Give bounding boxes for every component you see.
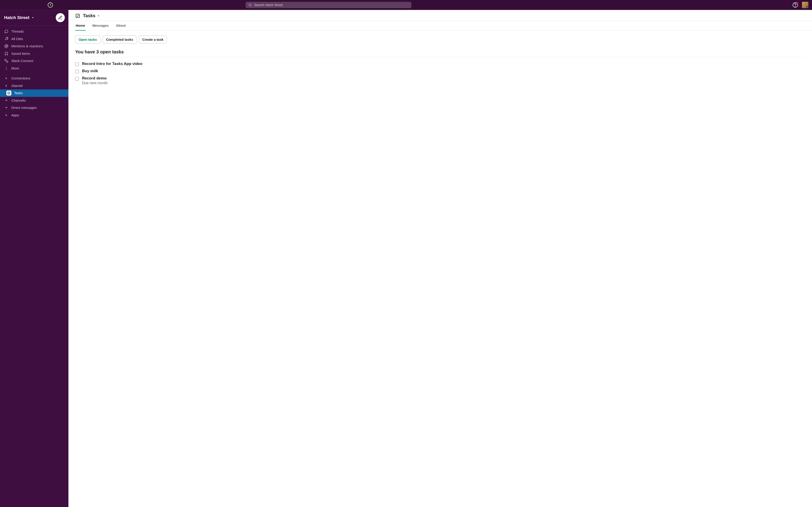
content: Open tasks Completed tasks Create a task… <box>68 31 812 507</box>
svg-point-1 <box>249 4 251 6</box>
history-icon <box>47 2 53 8</box>
section-label: Apps <box>11 113 19 118</box>
task-checkbox[interactable] <box>75 70 79 73</box>
task-title: Buy milk <box>82 69 805 73</box>
caret-right-icon <box>4 83 9 88</box>
app-title: Tasks <box>83 13 95 18</box>
tasks-icon <box>75 13 80 18</box>
svg-point-9 <box>6 69 7 70</box>
task-row: Buy milk <box>75 67 805 75</box>
button-label: Create a task <box>142 38 163 42</box>
connect-icon <box>4 59 9 63</box>
sidebar-sections: Connections Starred Tasks Channels <box>0 73 68 119</box>
svg-point-4 <box>6 46 7 47</box>
more-icon <box>4 66 9 71</box>
section-channels[interactable]: Channels <box>0 97 68 104</box>
workspace-name: Hatch Street <box>4 15 30 20</box>
task-title: Record Intro for Tasks App video <box>82 62 805 66</box>
app-title-button[interactable]: Tasks <box>83 13 100 18</box>
notification-dot-icon <box>796 2 798 4</box>
section-label: Connections <box>11 76 30 81</box>
section-label: Direct messages <box>11 105 37 110</box>
sidebar-nav: Threads All DMs Mentions & reactions Sav… <box>0 25 68 73</box>
sidebar-item-label: Tasks <box>14 91 23 96</box>
caret-right-icon <box>4 76 9 80</box>
sidebar-item-saved[interactable]: Saved items <box>0 50 68 57</box>
chevron-down-icon <box>97 14 100 18</box>
history-button[interactable] <box>47 2 53 8</box>
main: Tasks Home Messages About Open tasks Com… <box>68 10 812 507</box>
section-connections[interactable]: Connections <box>0 75 68 82</box>
create-task-button[interactable]: Create a task <box>139 36 167 44</box>
sidebar-item-tasks-app[interactable]: Tasks <box>0 90 68 97</box>
task-row: Record Intro for Tasks App video <box>75 60 805 67</box>
sidebar-item-label: Saved items <box>11 51 30 56</box>
button-label: Open tasks <box>79 38 97 42</box>
chevron-down-icon <box>31 16 35 20</box>
dms-icon <box>4 37 9 41</box>
help-button[interactable] <box>792 2 798 8</box>
presence-indicator-icon <box>807 6 809 9</box>
tab-messages[interactable]: Messages <box>92 21 109 31</box>
task-row: Record demo Due next month <box>75 75 805 87</box>
task-subtitle: Due next month <box>82 81 805 85</box>
search-input[interactable]: Search Hatch Street <box>246 2 411 8</box>
svg-rect-5 <box>5 59 6 61</box>
section-label: Channels <box>11 98 26 103</box>
compose-icon <box>58 15 62 20</box>
topbar: Search Hatch Street <box>0 0 812 10</box>
sidebar-item-all-dms[interactable]: All DMs <box>0 35 68 43</box>
open-tasks-button[interactable]: Open tasks <box>75 36 100 44</box>
caret-right-icon <box>4 113 9 117</box>
workspace-switcher[interactable]: Hatch Street <box>0 10 68 25</box>
button-label: Completed tasks <box>106 38 133 42</box>
tab-home[interactable]: Home <box>75 21 86 31</box>
completed-tasks-button[interactable]: Completed tasks <box>103 36 137 44</box>
avatar[interactable] <box>802 2 808 8</box>
sidebar: Hatch Street Threads All DMs <box>0 10 68 507</box>
sidebar-item-label: Threads <box>11 29 24 34</box>
task-title: Record demo <box>82 76 805 80</box>
sidebar-item-more[interactable]: More <box>0 65 68 72</box>
sidebar-item-label: All DMs <box>11 37 23 42</box>
section-apps[interactable]: Apps <box>0 112 68 119</box>
section-label: Starred <box>11 83 22 89</box>
mentions-icon <box>4 44 9 48</box>
main-header: Tasks <box>68 10 812 21</box>
sidebar-item-label: Slack Connect <box>11 58 33 64</box>
sidebar-item-label: More <box>11 66 19 71</box>
sidebar-item-mentions[interactable]: Mentions & reactions <box>0 43 68 50</box>
task-checkbox[interactable] <box>75 77 79 80</box>
bookmark-icon <box>4 51 9 56</box>
compose-button[interactable] <box>56 13 65 22</box>
sidebar-item-threads[interactable]: Threads <box>0 28 68 35</box>
svg-point-8 <box>6 68 7 69</box>
tab-label: Home <box>76 23 85 27</box>
search-icon <box>248 3 252 7</box>
task-checkbox[interactable] <box>75 62 79 66</box>
tabs: Home Messages About <box>68 21 812 31</box>
search-placeholder: Search Hatch Street <box>254 3 283 7</box>
section-starred[interactable]: Starred <box>0 82 68 90</box>
sidebar-item-slack-connect[interactable]: Slack Connect <box>0 57 68 65</box>
tasks-app-icon <box>6 91 11 96</box>
svg-point-3 <box>795 6 795 6</box>
caret-down-icon <box>4 98 9 103</box>
threads-icon <box>4 29 9 34</box>
caret-down-icon <box>4 106 9 110</box>
svg-rect-6 <box>6 61 8 63</box>
tab-about[interactable]: About <box>115 21 126 31</box>
tab-label: Messages <box>92 23 109 27</box>
filter-buttons: Open tasks Completed tasks Create a task <box>75 36 805 44</box>
tab-label: About <box>116 23 125 27</box>
sidebar-item-label: Mentions & reactions <box>11 44 43 49</box>
svg-point-7 <box>6 67 7 67</box>
section-direct-messages[interactable]: Direct messages <box>0 104 68 112</box>
tasks-heading: You have 3 open tasks <box>75 49 805 57</box>
